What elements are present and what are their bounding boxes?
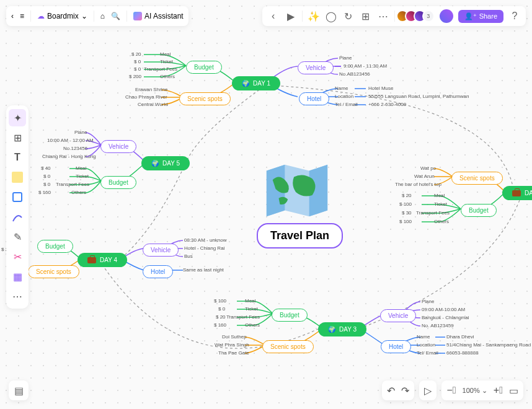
share-button[interactable]: 👤⁺Share	[458, 10, 503, 23]
collaborator-avatars[interactable]: 3	[400, 10, 435, 22]
zoom-in-icon[interactable]: +⃝	[494, 385, 503, 396]
node-day3-spots[interactable]: Scenic spots	[262, 340, 314, 353]
template-tool-2[interactable]: ▦	[9, 268, 26, 285]
my-avatar[interactable]	[440, 9, 453, 23]
text-tool[interactable]: T	[9, 149, 26, 166]
leaf: +666 2-630-4000	[368, 102, 406, 107]
back-icon[interactable]: ‹	[11, 12, 14, 20]
node-day5-budget[interactable]: Budget	[100, 176, 136, 189]
node-day4-hotel[interactable]: Hotel	[143, 265, 173, 278]
leaf: Tha Pae Gate	[218, 350, 249, 356]
comment-icon[interactable]: ◯	[325, 10, 337, 22]
node-day1[interactable]: 🌍DAY 1	[232, 76, 280, 90]
leaf: Location	[335, 94, 353, 99]
node-center[interactable]: Travel Plan	[257, 223, 343, 248]
node-day2-budget[interactable]: Budget	[461, 204, 497, 217]
undo-icon[interactable]: ↶	[387, 385, 395, 397]
template-tool-1[interactable]: ✂	[9, 248, 26, 265]
leaf: Meal	[76, 165, 86, 171]
board-name[interactable]: ☁Boardmix⌄	[37, 12, 87, 20]
leaf: Plane	[422, 299, 434, 304]
leaf: $ 100	[214, 298, 226, 304]
node-day4-budget[interactable]: Budget	[37, 240, 73, 253]
leaf: Name	[335, 86, 348, 91]
node-day1-spots[interactable]: Scenic spots	[179, 92, 231, 105]
leaf: Wat Phra Singh	[215, 342, 249, 348]
leaf: $ 0	[218, 306, 225, 312]
leaf: Others	[434, 219, 449, 224]
chevron-down-icon: ⌄	[81, 12, 87, 20]
history-icon[interactable]: ↻	[342, 10, 355, 22]
pen-tool[interactable]: ✎	[9, 228, 26, 245]
leaf: Others	[71, 190, 86, 195]
node-day4-vehicle[interactable]: Vehicle	[143, 244, 179, 257]
leaf: Others	[245, 322, 260, 328]
leaf: Hotel - Chiang Rai	[184, 245, 224, 251]
layers-button[interactable]: ▤	[9, 380, 29, 400]
search-icon[interactable]: 🔍	[111, 12, 120, 20]
redo-icon[interactable]: ↷	[401, 385, 409, 397]
play-icon[interactable]: ▶	[285, 10, 297, 22]
ai-icon	[133, 12, 142, 20]
leaf: 09:00 AM-10:00 AM	[422, 307, 465, 312]
tag-icon[interactable]: ⌂	[100, 12, 105, 20]
node-day1-budget[interactable]: Budget	[186, 61, 222, 74]
leaf: Central World	[138, 102, 168, 107]
shape-tool[interactable]	[9, 188, 26, 206]
frame-tool[interactable]: ⊞	[9, 129, 26, 146]
top-left-bar: ‹ ≡ ☁Boardmix⌄ ⌂ 🔍 AI Assistant	[6, 6, 188, 26]
node-day2-spots[interactable]: Scenic spots	[451, 172, 503, 185]
node-day5-vehicle[interactable]: Vehicle	[100, 140, 136, 153]
minimap-icon[interactable]: ▭	[509, 385, 518, 397]
node-day3-budget[interactable]: Budget	[272, 309, 308, 322]
node-day1-vehicle[interactable]: Vehicle	[298, 61, 334, 74]
leaf: Plane	[339, 55, 352, 61]
node-day4-spots[interactable]: Scenic spots	[28, 265, 79, 278]
connector-tool[interactable]	[9, 208, 26, 226]
zoom-level[interactable]: 100% ⌄	[463, 387, 487, 395]
cloud-icon: ☁	[37, 12, 45, 20]
leaf: $ 30	[402, 210, 412, 216]
leaf: Transport Fees	[56, 182, 89, 187]
node-day2[interactable]: DAY 2	[502, 186, 532, 200]
node-day5[interactable]: 🌍DAY 5	[141, 156, 190, 170]
leaf: No. AB123459	[422, 323, 454, 328]
leaf: Tel / Email	[335, 102, 358, 107]
cursor-tool[interactable]: ✦	[9, 109, 26, 126]
leaf: Chiang Rai - Hong Kong	[42, 154, 96, 159]
expand-icon[interactable]: ‹	[267, 10, 280, 22]
leaf: Bus	[184, 253, 193, 259]
leaf: Wat po	[420, 165, 436, 171]
zoom-out-icon[interactable]: −⃝	[446, 385, 456, 396]
more-icon[interactable]: ⋯	[377, 10, 389, 22]
node-day3-hotel[interactable]: Hotel	[381, 340, 411, 353]
leaf: Ticket	[76, 174, 89, 179]
map-icon	[260, 161, 334, 220]
leaf: $ 40	[41, 165, 51, 171]
leaf: Others	[160, 74, 175, 79]
pointer-mode-icon[interactable]: ▷	[424, 385, 432, 397]
leaf: Erawan Shrine	[135, 87, 167, 92]
node-day3-vehicle[interactable]: Vehicle	[380, 309, 416, 322]
leaf: $ 0	[134, 66, 141, 72]
more-tools[interactable]: ⋯	[9, 288, 26, 305]
node-day4[interactable]: DAY 4	[78, 253, 127, 267]
menu-icon[interactable]: ≡	[20, 12, 24, 20]
bottom-right-controls: ↶↷ ▷ −⃝ 100% ⌄ +⃝ ▭	[382, 380, 523, 400]
leaf: Ticket	[160, 59, 173, 64]
sticky-tool[interactable]	[9, 169, 26, 186]
node-day1-hotel[interactable]: Hotel	[299, 92, 329, 105]
leaf: $ 0	[43, 174, 50, 179]
leaf: $ 160	[38, 190, 51, 195]
share-icon: 👤⁺	[464, 12, 477, 20]
help-icon[interactable]: ?	[508, 10, 521, 22]
leaf: Ticket	[434, 201, 447, 207]
ai-assistant-button[interactable]: AI Assistant	[133, 12, 184, 20]
leaf: 66053-888888	[446, 350, 479, 356]
wand-icon[interactable]: ✨	[308, 10, 320, 22]
leaf: Transport Fees	[416, 210, 450, 216]
leaf: $ 20	[402, 193, 412, 198]
node-day3[interactable]: 🌍DAY 3	[318, 322, 366, 336]
chart-icon[interactable]: ⊞	[360, 10, 372, 22]
top-right-bar: ‹ ▶ ✨ ◯ ↻ ⊞ ⋯ 3 👤⁺Share ?	[262, 6, 526, 26]
